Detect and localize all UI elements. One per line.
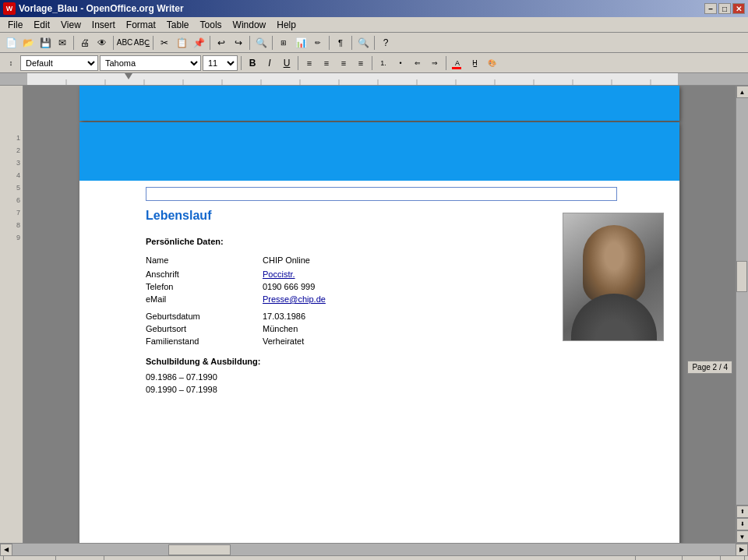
email-button[interactable]: ✉ xyxy=(55,35,70,51)
style-arrow: ↕ xyxy=(3,55,19,71)
spellcheck-button[interactable]: ABC xyxy=(117,35,132,51)
margin-number: 7 xyxy=(0,207,20,218)
font-color-button[interactable]: A xyxy=(450,55,465,71)
right-scrollbar: ▲ ⬆ ⬇ ▼ xyxy=(736,86,748,543)
preview-button[interactable]: 👁 xyxy=(94,35,110,51)
separator xyxy=(241,56,242,70)
label-anschrift: Anschrift xyxy=(146,269,263,279)
new-button[interactable]: 📄 xyxy=(3,35,19,51)
doc-area[interactable]: Lebenslauf Persönliche Daten: Name CHIP … xyxy=(23,86,736,543)
menu-file[interactable]: File xyxy=(3,18,27,32)
value-geburtsdatum: 17.03.1986 xyxy=(263,312,305,321)
size-select[interactable]: 11 xyxy=(203,55,238,71)
maximize-button[interactable]: □ xyxy=(718,3,731,14)
underline-button[interactable]: U xyxy=(279,55,295,71)
chart-button[interactable]: 📊 xyxy=(293,35,309,51)
menu-window[interactable]: Window xyxy=(228,18,271,32)
label-email: eMail xyxy=(146,294,263,304)
minimize-button[interactable]: – xyxy=(704,3,717,14)
menu-format[interactable]: Format xyxy=(122,18,161,32)
menu-help[interactable]: Help xyxy=(272,18,301,32)
separator xyxy=(374,36,375,50)
scroll-down-button[interactable]: ▼ xyxy=(736,530,749,543)
label-name: Name xyxy=(146,255,263,265)
page-count: Page 3 / 4 xyxy=(3,556,56,560)
style-select[interactable]: Default xyxy=(20,55,98,71)
menu-tools[interactable]: Tools xyxy=(196,18,227,32)
table-button[interactable]: ⊞ xyxy=(276,35,291,51)
margin-number: 9 xyxy=(0,232,20,243)
page-down-button[interactable]: ⬇ xyxy=(736,518,749,530)
font-select[interactable]: Tahoma xyxy=(100,55,201,71)
separator xyxy=(73,36,74,50)
paste-button[interactable]: 📌 xyxy=(191,35,206,51)
draw-button[interactable]: ✏ xyxy=(310,35,326,51)
value-anschrift: Poccistr. xyxy=(263,269,295,279)
find-button[interactable]: 🔍 xyxy=(253,35,269,51)
margin-number: 3 xyxy=(0,157,20,168)
window-title: Vorlage_Blau - OpenOffice.org Writer xyxy=(19,3,184,14)
std-mode[interactable]: STD xyxy=(690,556,721,560)
left-margin: 1 2 3 4 5 6 7 8 9 xyxy=(0,86,23,543)
save-button[interactable]: 💾 xyxy=(37,35,53,51)
menu-insert[interactable]: Insert xyxy=(87,18,120,32)
svg-rect-1 xyxy=(678,73,748,86)
list-unordered-button[interactable]: • xyxy=(393,55,408,71)
margin-number: 8 xyxy=(0,220,20,231)
list-ordered-button[interactable]: 1. xyxy=(376,55,391,71)
open-button[interactable]: 📂 xyxy=(20,35,36,51)
help-button[interactable]: ? xyxy=(378,35,393,51)
svg-rect-2 xyxy=(27,73,678,86)
scroll-right-button[interactable]: ▶ xyxy=(736,544,748,556)
highlight-button[interactable]: H̲ xyxy=(467,55,482,71)
separator xyxy=(372,56,372,70)
separator xyxy=(210,36,210,50)
value-familienstand: Verheiratet xyxy=(263,336,304,346)
align-justify-button[interactable]: ≡ xyxy=(353,55,369,71)
margin-number: 6 xyxy=(0,195,20,206)
zoom-level: 100% xyxy=(601,556,636,560)
value-geburtsort: München xyxy=(263,324,298,333)
autocorrect-button[interactable]: ABC̲ xyxy=(134,35,150,51)
label-familienstand: Familienstand xyxy=(146,336,263,346)
close-button[interactable]: ✕ xyxy=(732,3,745,14)
nonprint-button[interactable]: ¶ xyxy=(333,35,348,51)
align-right-button[interactable]: ≡ xyxy=(336,55,351,71)
education-item-1: 09.1986 – 07.1990 xyxy=(146,372,664,382)
scroll-thumb-horizontal[interactable] xyxy=(168,544,231,555)
titlebar: W Vorlage_Blau - OpenOffice.org Writer –… xyxy=(0,0,748,17)
main-area: 1 2 3 4 5 6 7 8 9 xyxy=(0,86,748,543)
undo-button[interactable]: ↩ xyxy=(213,35,229,51)
italic-button[interactable]: I xyxy=(262,55,277,71)
separator xyxy=(272,36,273,50)
titlebar-left: W Vorlage_Blau - OpenOffice.org Writer xyxy=(3,2,184,15)
redo-button[interactable]: ↪ xyxy=(231,35,246,51)
blue-header-top xyxy=(79,86,679,121)
svg-rect-0 xyxy=(0,73,27,86)
extra-indicator: * xyxy=(729,556,745,560)
page-up-button[interactable]: ⬆ xyxy=(736,505,749,518)
indent-increase-button[interactable]: ⇒ xyxy=(427,55,443,71)
menu-view[interactable]: View xyxy=(56,18,86,32)
menu-edit[interactable]: Edit xyxy=(29,18,55,32)
copy-button[interactable]: 📋 xyxy=(174,35,189,51)
insert-mode[interactable]: INSRT xyxy=(644,556,683,560)
menubar: File Edit View Insert Format Table Tools… xyxy=(0,17,748,33)
scroll-thumb-vertical[interactable] xyxy=(736,261,747,292)
align-left-button[interactable]: ≡ xyxy=(302,55,317,71)
align-center-button[interactable]: ≡ xyxy=(319,55,334,71)
scroll-up-button[interactable]: ▲ xyxy=(736,86,749,98)
indent-decrease-button[interactable]: ⇐ xyxy=(410,55,425,71)
bold-button[interactable]: B xyxy=(245,55,260,71)
separator xyxy=(446,56,446,70)
zoom-button[interactable]: 🔍 xyxy=(355,35,371,51)
background-button[interactable]: 🎨 xyxy=(484,55,499,71)
cut-button[interactable]: ✂ xyxy=(157,35,172,51)
content-box[interactable] xyxy=(146,187,617,201)
scroll-left-button[interactable]: ◀ xyxy=(0,544,12,556)
scroll-track-vertical xyxy=(736,98,748,505)
print-button[interactable]: 🖨 xyxy=(77,35,93,51)
menu-table[interactable]: Table xyxy=(162,18,194,32)
education-heading: Schulbildung & Ausbildung: xyxy=(146,357,664,366)
page-content[interactable]: Lebenslauf Persönliche Daten: Name CHIP … xyxy=(79,205,679,413)
